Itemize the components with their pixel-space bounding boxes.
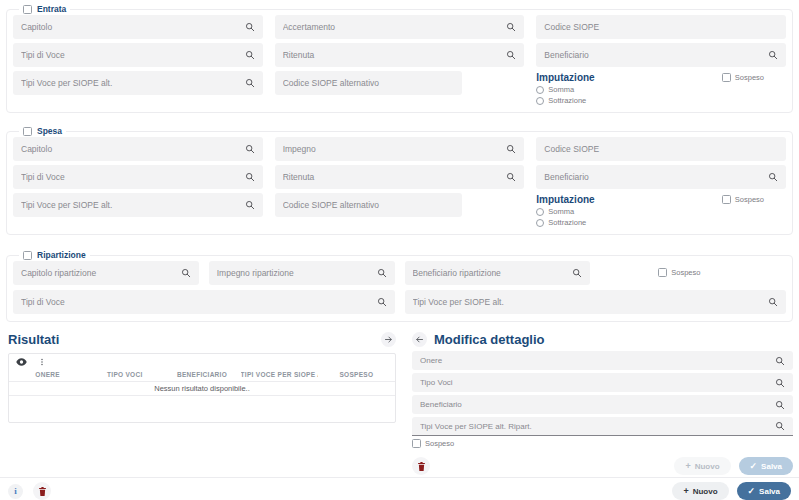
capitolo-ripartizione-input[interactable] (21, 268, 175, 278)
modifica-sospeso-checkbox-row[interactable]: Sospeso (412, 439, 793, 448)
back-button[interactable] (412, 332, 427, 347)
codice-siope-alternativo-field[interactable] (275, 71, 462, 95)
tipi-voce-siope-alt-ripart-field[interactable] (412, 417, 793, 436)
impegno-ripartizione-field[interactable] (209, 261, 395, 285)
tipi-voce-siope-alt-field[interactable] (405, 290, 787, 314)
sottrazione-radio-option[interactable]: Sottrazione (536, 96, 594, 105)
tipi-di-voce-field[interactable] (13, 290, 395, 314)
section-ripartizione-legend: Ripartizione (19, 250, 90, 260)
beneficiario-input[interactable] (544, 50, 762, 60)
beneficiario-ripartizione-input[interactable] (413, 268, 567, 278)
nuovo-detail-button[interactable]: + Nuovo (674, 457, 730, 475)
capitolo-ripartizione-field[interactable] (13, 261, 199, 285)
page: Entrata (0, 0, 799, 500)
beneficiario-field[interactable] (536, 43, 786, 67)
beneficiario-field[interactable] (412, 395, 793, 414)
tipi-di-voce-field[interactable] (13, 43, 263, 67)
codice-siope-alternativo-input[interactable] (283, 78, 454, 88)
tipo-voci-field[interactable] (412, 373, 793, 392)
ripartizione-checkbox[interactable] (23, 251, 32, 260)
spesa-sospeso-checkbox[interactable] (722, 195, 731, 204)
tipi-voce-siope-alt-field[interactable] (13, 71, 263, 95)
delete-record-button[interactable] (33, 482, 51, 500)
tipi-voce-siope-alt-input[interactable] (21, 78, 239, 88)
codice-siope-field[interactable] (536, 15, 786, 39)
codice-siope-input[interactable] (544, 144, 778, 154)
ritenuta-field[interactable] (275, 165, 525, 189)
codice-siope-input[interactable] (544, 22, 778, 32)
section-entrata: Entrata (6, 4, 793, 113)
ripartizione-sospeso-checkbox-row[interactable]: Sospeso (658, 268, 786, 277)
beneficiario-input[interactable] (420, 400, 769, 409)
entrata-checkbox[interactable] (23, 5, 32, 14)
ritenuta-input[interactable] (283, 50, 501, 60)
capitolo-input[interactable] (21, 22, 239, 32)
tipi-di-voce-input[interactable] (21, 172, 239, 182)
codice-siope-alternativo-input[interactable] (283, 200, 454, 210)
tipi-voce-siope-alt-input[interactable] (21, 200, 239, 210)
capitolo-field[interactable] (13, 15, 263, 39)
spesa-checkbox[interactable] (23, 127, 32, 136)
entrata-grid: Imputazione Somma Sottrazione Sospeso (13, 15, 786, 105)
search-icon (506, 144, 516, 154)
sottrazione-radio-option[interactable]: Sottrazione (536, 218, 594, 227)
tipo-voci-input[interactable] (420, 378, 769, 387)
entrata-sospeso-checkbox-row[interactable]: Sospeso (722, 73, 764, 82)
search-icon (506, 50, 516, 60)
expand-results-button[interactable] (381, 332, 396, 347)
salva-detail-button[interactable]: ✓ Salva (739, 457, 793, 475)
ripartizione-sospeso-checkbox[interactable] (658, 268, 667, 277)
onere-input[interactable] (420, 356, 769, 365)
salva-button[interactable]: ✓ Salva (737, 482, 791, 500)
eye-icon[interactable] (16, 358, 27, 366)
somma-radio-option[interactable]: Somma (536, 207, 594, 216)
search-icon (775, 356, 785, 366)
delete-detail-button[interactable] (412, 457, 430, 475)
section-spesa-legend: Spesa (19, 126, 66, 136)
onere-field[interactable] (412, 351, 793, 370)
plus-icon: + (685, 462, 690, 471)
impegno-ripartizione-input[interactable] (217, 268, 371, 278)
check-icon: ✓ (750, 462, 758, 471)
accertamento-input[interactable] (283, 22, 501, 32)
nuovo-button[interactable]: + Nuovo (672, 482, 728, 500)
spesa-sospeso-checkbox-row[interactable]: Sospeso (722, 195, 764, 204)
tipi-di-voce-input[interactable] (21, 297, 371, 307)
info-button[interactable]: i (8, 484, 23, 499)
tipi-di-voce-input[interactable] (21, 50, 239, 60)
spesa-grid: Imputazione Somma Sottrazione Sospeso (13, 137, 786, 227)
somma-radio[interactable] (536, 86, 544, 94)
beneficiario-input[interactable] (544, 172, 762, 182)
nuovo-label: Nuovo (695, 462, 720, 471)
beneficiario-ripartizione-field[interactable] (405, 261, 591, 285)
beneficiario-field[interactable] (536, 165, 786, 189)
accertamento-field[interactable] (275, 15, 525, 39)
tipi-voce-siope-alt-ripart-input[interactable] (420, 422, 769, 431)
arrow-left-icon (415, 335, 424, 344)
sottrazione-radio[interactable] (536, 219, 544, 227)
capitolo-field[interactable] (13, 137, 263, 161)
search-icon (768, 297, 778, 307)
tipi-voce-siope-alt-input[interactable] (413, 297, 763, 307)
impegno-field[interactable] (275, 137, 525, 161)
kebab-menu-icon[interactable] (38, 358, 46, 366)
search-icon (245, 200, 255, 210)
col-header-onere: ONERE (9, 371, 86, 378)
tipi-voce-siope-alt-field[interactable] (13, 193, 263, 217)
codice-siope-alternativo-field[interactable] (275, 193, 462, 217)
somma-radio-option[interactable]: Somma (536, 85, 594, 94)
codice-siope-field[interactable] (536, 137, 786, 161)
capitolo-input[interactable] (21, 144, 239, 154)
sottrazione-radio[interactable] (536, 97, 544, 105)
ritenuta-field[interactable] (275, 43, 525, 67)
modifica-sospeso-checkbox[interactable] (412, 439, 421, 448)
entrata-sospeso-checkbox[interactable] (722, 73, 731, 82)
tipi-di-voce-field[interactable] (13, 165, 263, 189)
search-icon (775, 378, 785, 388)
risultati-title: Risultati (8, 332, 59, 347)
ritenuta-input[interactable] (283, 172, 501, 182)
sospeso-label: Sospeso (425, 439, 454, 448)
entrata-imputazione-group: Imputazione Somma Sottrazione (536, 72, 594, 105)
impegno-input[interactable] (283, 144, 501, 154)
somma-radio[interactable] (536, 208, 544, 216)
